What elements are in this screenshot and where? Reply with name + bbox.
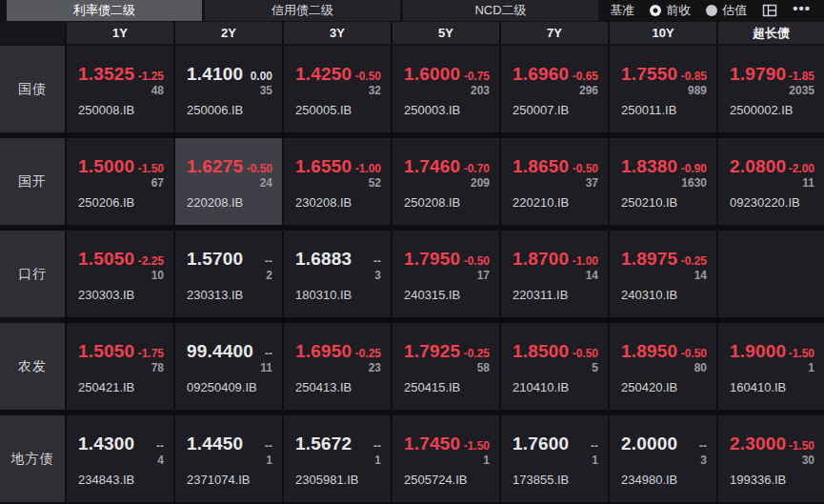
rate-value: 2.3000	[730, 433, 786, 454]
volume-value: 30	[802, 454, 814, 467]
volume-value: 2035	[789, 84, 814, 97]
volume-value: 23	[369, 361, 381, 374]
bond-code: 220210.IB	[512, 195, 569, 210]
volume-value: 1	[266, 454, 272, 467]
tab-group: 利率债二级 信用债二级 NCD二级	[0, 0, 598, 21]
bond-code: 199336.IB	[730, 473, 786, 487]
rate-value: 1.5700	[187, 249, 243, 270]
bond-code: 240315.IB	[404, 288, 460, 302]
change-value: --	[373, 439, 381, 453]
quote-cell[interactable]: 1.8380-0.901630250210.IB	[610, 138, 716, 225]
column-header: 7Y	[501, 22, 608, 44]
bond-code: 250006.IB	[187, 103, 243, 117]
volume-value: 989	[688, 84, 707, 97]
tab-ncd-secondary[interactable]: NCD二级	[403, 0, 598, 21]
rate-value: 1.5050	[78, 341, 134, 362]
quote-cell[interactable]: 2.0800-2.001109230220.IB	[718, 138, 824, 225]
rate-value: 1.7460	[404, 156, 460, 177]
change-value: --	[156, 439, 164, 453]
benchmark-label: 基准	[610, 2, 634, 19]
volume-value: 11	[802, 176, 814, 190]
quote-cell[interactable]: 1.8500-0.505210410.IB	[501, 323, 608, 410]
change-value: -0.25	[681, 254, 707, 268]
rate-value: 2.0800	[730, 156, 786, 177]
quote-cell[interactable]: 99.4400--1109250409.IB	[175, 323, 282, 410]
volume-value: 296	[579, 84, 598, 97]
quote-cell[interactable]: 1.7950-0.5017240315.IB	[392, 231, 499, 317]
quote-cell[interactable]: 1.5672--12305981.IB	[284, 415, 391, 502]
quote-cell[interactable]: 1.6000-0.75203250003.IB	[392, 46, 499, 132]
quote-cell[interactable]: 1.3525-1.2548250008.IB	[67, 46, 173, 132]
bond-code: 230208.IB	[295, 195, 352, 210]
bond-code: 250415.IB	[404, 380, 460, 394]
change-value: -2.25	[138, 254, 164, 268]
quote-cell[interactable]	[718, 231, 824, 317]
quote-cell[interactable]: 1.6950-0.2523250413.IB	[284, 323, 391, 410]
radio-valuation[interactable]: 估值	[706, 2, 747, 19]
bond-code: 250206.IB	[78, 195, 134, 210]
bond-code: 234843.IB	[78, 473, 134, 487]
quote-cell[interactable]: 1.6960-0.65296250007.IB	[501, 46, 608, 132]
quote-cell[interactable]: 1.7600--1173855.IB	[501, 415, 608, 502]
volume-value: 32	[369, 84, 381, 97]
quote-cell[interactable]: 1.5050-1.7578250421.IB	[67, 323, 173, 410]
quote-cell[interactable]: 1.9000-1.501160410.IB	[718, 323, 824, 410]
bond-code: 2371074.IB	[187, 473, 251, 487]
rate-value: 2.0000	[621, 433, 677, 454]
volume-value: 52	[369, 176, 381, 190]
quote-cell[interactable]: 1.4250-0.5032250005.IB	[284, 46, 391, 132]
bond-code: 173855.IB	[512, 473, 569, 487]
radio-prev-close[interactable]: 前收	[650, 2, 691, 19]
volume-value: 1	[592, 454, 598, 467]
bond-code: 250210.IB	[621, 195, 677, 210]
bond-code: 250007.IB	[512, 103, 569, 117]
quote-cell[interactable]: 1.8650-0.5037220210.IB	[501, 138, 608, 225]
quote-cell[interactable]: 1.41000.0035250006.IB	[175, 46, 282, 132]
radio-unselected-icon	[706, 5, 717, 16]
tab-credit-bond-secondary[interactable]: 信用债二级	[205, 0, 400, 21]
change-value: 0.00	[251, 70, 272, 83]
change-value: -1.50	[464, 439, 490, 453]
volume-value: 48	[151, 84, 164, 97]
quote-cell[interactable]: 1.7450-1.5012505724.IB	[392, 415, 499, 502]
change-value: -0.75	[464, 70, 490, 83]
quote-cell[interactable]: 1.7925-0.2558250415.IB	[392, 323, 499, 410]
quote-cell[interactable]: 1.8700-1.0014220311.IB	[501, 231, 608, 317]
quote-cell[interactable]: 1.4300--4234843.IB	[67, 415, 173, 502]
change-value: -0.85	[681, 70, 707, 83]
bond-code: 250208.IB	[404, 195, 460, 210]
change-value: --	[699, 439, 707, 453]
rate-value: 1.3525	[78, 64, 134, 85]
quote-cell[interactable]: 1.8975-0.2514240310.IB	[610, 231, 716, 317]
quote-cell[interactable]: 1.8950-0.5080250420.IB	[610, 323, 716, 410]
volume-value: 1	[808, 361, 814, 374]
quote-cell[interactable]: 1.9790-1.8520352500002.IB	[718, 46, 824, 132]
quote-cell[interactable]: 1.5050-2.2510230303.IB	[67, 231, 173, 317]
quote-cell[interactable]: 1.6275-0.5024220208.IB	[175, 138, 282, 225]
quote-cell[interactable]: 1.6550-1.0052230208.IB	[284, 138, 391, 225]
corner-cell	[0, 22, 65, 44]
quote-cell[interactable]: 2.0000--3234980.IB	[610, 415, 716, 502]
quote-cell[interactable]: 2.3000-1.5030199336.IB	[718, 415, 824, 502]
change-value: -0.50	[355, 70, 381, 83]
quote-cell[interactable]: 1.7550-0.85989250011.IB	[610, 46, 716, 132]
quote-cell[interactable]: 1.6883--3180310.IB	[284, 231, 391, 317]
volume-value: 17	[477, 269, 490, 282]
quote-cell[interactable]: 1.7460-0.70209250208.IB	[392, 138, 499, 225]
quote-cell[interactable]: 1.4450--12371074.IB	[175, 415, 282, 502]
layout-icon[interactable]	[762, 4, 777, 17]
rate-value: 1.7600	[512, 433, 569, 454]
rate-value: 1.9790	[730, 64, 786, 85]
volume-value: 5	[592, 361, 598, 374]
rate-value: 1.8500	[512, 341, 569, 362]
radio-valuation-label: 估值	[722, 2, 747, 19]
rate-value: 1.6275	[187, 156, 243, 177]
quote-cell[interactable]: 1.5000-1.5067250206.IB	[67, 138, 173, 225]
bond-code: 230313.IB	[187, 288, 243, 302]
volume-value: 4	[157, 454, 164, 467]
quote-cell[interactable]: 1.5700--2230313.IB	[175, 231, 282, 317]
more-icon[interactable]: •••	[793, 4, 811, 17]
row-label: 国开	[0, 138, 65, 225]
tab-rate-bond-secondary[interactable]: 利率债二级	[7, 0, 202, 21]
bond-code: 250011.IB	[621, 103, 676, 117]
